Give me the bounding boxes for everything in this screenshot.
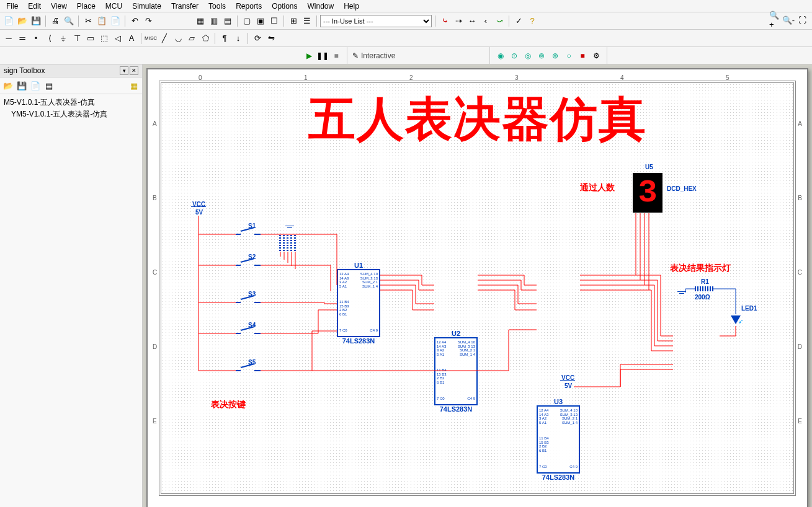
tb-open-icon[interactable]: 📂 (2, 79, 14, 92)
new-button[interactable]: 📄 (2, 15, 15, 27)
simulation-mode-label: Interactive (361, 51, 395, 60)
switch-s5[interactable] (236, 367, 261, 374)
cut-button[interactable]: ✂ (82, 15, 94, 27)
switch-s3[interactable] (236, 299, 261, 306)
inuse-list-select[interactable]: --- In-Use List --- (320, 15, 432, 27)
place-port-icon[interactable]: ◁ (112, 32, 124, 45)
grid2-button[interactable]: ▥ (208, 15, 220, 27)
sheet1-button[interactable]: ▢ (241, 15, 253, 27)
simulation-toolbar: ▶ ❚❚ ■ ✎ Interactive ◉ ⊙ ◎ ⊚ ⊛ ○ ■ ⚙ (0, 47, 812, 64)
menu-mcu[interactable]: MCU (102, 2, 126, 11)
place-comment-icon[interactable]: ¶ (218, 32, 231, 45)
help-icon[interactable]: ? (526, 15, 538, 27)
list-button[interactable]: ☰ (301, 15, 313, 27)
print-button[interactable]: 🖨 (49, 15, 61, 27)
schematic-canvas[interactable]: 0 1 2 3 4 5 A B C D E A B C D E (143, 64, 812, 507)
place-poly-icon[interactable]: ⬠ (199, 32, 212, 45)
ruler-side-d-r: D (798, 343, 802, 350)
tree-item-design1[interactable]: M5-V1.0.1-五人表决器-仿真 (2, 97, 140, 108)
paste-button[interactable]: 📄 (109, 15, 122, 27)
menu-view[interactable]: View (47, 2, 71, 11)
place-bus-icon[interactable]: ═ (16, 32, 29, 45)
copy-button[interactable]: 📋 (96, 15, 108, 27)
menu-edit[interactable]: Edit (24, 2, 45, 11)
place-hier-icon[interactable]: ⬚ (98, 32, 110, 45)
menu-place[interactable]: Place (73, 2, 99, 11)
place-marker-icon[interactable]: ↓ (232, 32, 244, 45)
menu-window[interactable]: Window (304, 2, 338, 11)
switch-s2[interactable] (236, 262, 261, 269)
menu-help[interactable]: Help (340, 2, 363, 11)
zoom-out-icon[interactable]: 🔍- (782, 14, 795, 26)
place-text-icon[interactable]: A (125, 32, 138, 45)
place-power-icon[interactable]: ⊤ (71, 32, 83, 45)
tb-expand-icon[interactable]: ▦ (128, 79, 140, 92)
tb-save-icon[interactable]: 💾 (16, 79, 28, 92)
grid1-button[interactable]: ▦ (194, 15, 207, 27)
place-junction-icon[interactable]: • (30, 32, 42, 45)
run-button[interactable]: ▶ (303, 50, 315, 61)
switch-s4[interactable] (236, 330, 261, 337)
place-arc-icon[interactable]: ◡ (172, 32, 184, 45)
rotate-icon[interactable]: ⟳ (251, 32, 264, 45)
menu-options[interactable]: Options (268, 2, 301, 11)
place-rect-icon[interactable]: ▱ (185, 32, 198, 45)
menu-tools[interactable]: Tools (205, 2, 230, 11)
place-misc-icon[interactable]: MISC (145, 32, 157, 45)
open-button[interactable]: 📂 (16, 15, 29, 27)
settings-icon[interactable]: ⚙ (591, 50, 602, 61)
pin-icon[interactable]: ▾ (120, 66, 128, 75)
stop-button[interactable]: ■ (331, 50, 342, 61)
tree-item-design2[interactable]: YM5-V1.0.1-五人表决器-仿真 (2, 108, 140, 120)
interactive-icon: ✎ (352, 51, 359, 60)
sheet3-button[interactable]: ☐ (268, 15, 280, 27)
probe2-button[interactable]: ⇢ (452, 15, 465, 27)
resistor-array[interactable] (279, 234, 296, 251)
redo-button[interactable]: ↷ (142, 15, 154, 27)
place-net-icon[interactable]: ⟨ (43, 32, 56, 45)
seven-segment-display[interactable]: 3 (633, 173, 663, 213)
sheet2-button[interactable]: ▣ (254, 15, 267, 27)
analysis5-icon[interactable]: ⊛ (550, 50, 561, 61)
probe1-button[interactable]: ⤷ (439, 15, 451, 27)
analysis4-icon[interactable]: ⊚ (536, 50, 547, 61)
ruler-side-e: E (153, 418, 157, 425)
erc-button[interactable]: ✓ (512, 15, 525, 27)
analysis6-icon[interactable]: ○ (563, 50, 574, 61)
menu-reports[interactable]: Reports (232, 2, 265, 11)
tb-doc-icon[interactable]: 📄 (29, 79, 42, 92)
menu-file[interactable]: File (2, 2, 22, 11)
u2-part: 74LS283N (440, 405, 473, 413)
stop-all-icon[interactable]: ■ (577, 50, 588, 61)
analysis2-icon[interactable]: ⊙ (509, 50, 520, 61)
chip-u3[interactable]: U3 74LS283N 12 A414 A33 A25 A1 SUM_4 10S… (537, 405, 580, 474)
place-line-icon[interactable]: ╱ (158, 32, 171, 45)
layers-button[interactable]: ⊞ (287, 15, 300, 27)
analysis1-icon[interactable]: ◉ (495, 50, 506, 61)
probe3-button[interactable]: ↔ (466, 15, 478, 27)
u3-part: 74LS283N (542, 474, 575, 481)
analysis3-icon[interactable]: ◎ (522, 50, 533, 61)
place-wire-icon[interactable]: ─ (2, 32, 15, 45)
close-icon[interactable]: ✕ (130, 66, 138, 75)
resistor-r1[interactable] (695, 286, 713, 291)
chip-u2[interactable]: U2 74LS283N 12 A414 A33 A25 A1 SUM_4 10S… (434, 337, 478, 405)
probe5-button[interactable]: ⤻ (493, 15, 506, 27)
grid3-button[interactable]: ▤ (221, 15, 234, 27)
menu-simulate[interactable]: Simulate (128, 2, 165, 11)
zoom-fit-icon[interactable]: ⛶ (796, 14, 808, 26)
menu-transfer[interactable]: Transfer (167, 2, 202, 11)
undo-button[interactable]: ↶ (128, 15, 141, 27)
place-part-icon[interactable]: ▭ (84, 32, 97, 45)
tb-filter-icon[interactable]: ▤ (43, 79, 55, 92)
print-preview-button[interactable]: 🔍 (63, 15, 75, 27)
save-button[interactable]: 💾 (30, 15, 42, 27)
mirror-icon[interactable]: ⇋ (265, 32, 277, 45)
place-gnd-icon[interactable]: ⏚ (57, 32, 69, 45)
led1[interactable] (731, 315, 741, 324)
chip-u1[interactable]: U1 74LS283N 12 A414 A33 A25 A1 SUM_4 10S… (337, 269, 380, 337)
probe4-button[interactable]: ‹ (480, 15, 492, 27)
pause-button[interactable]: ❚❚ (317, 50, 328, 61)
zoom-in-icon[interactable]: 🔍+ (769, 14, 781, 26)
switch-s1[interactable] (236, 231, 261, 238)
